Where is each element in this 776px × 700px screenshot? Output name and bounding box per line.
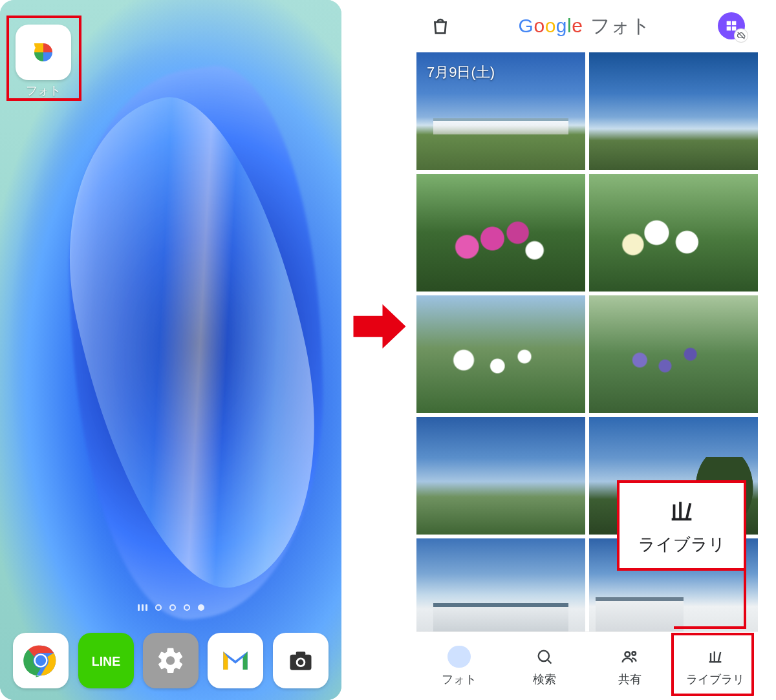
highlight-connector bbox=[674, 571, 746, 629]
photo-thumbnail[interactable]: 7月9日(土) bbox=[416, 52, 585, 170]
backup-off-badge-icon bbox=[735, 29, 748, 42]
library-icon bbox=[704, 646, 726, 668]
line-app-icon[interactable]: LINE bbox=[78, 633, 134, 688]
nav-sharing[interactable]: 共有 bbox=[587, 646, 673, 687]
nav-library[interactable]: ライブラリ bbox=[673, 646, 758, 687]
account-avatar[interactable] bbox=[718, 12, 745, 39]
camera-icon bbox=[286, 646, 315, 675]
search-icon bbox=[534, 646, 555, 668]
image-icon bbox=[447, 646, 471, 668]
photo-thumbnail[interactable] bbox=[416, 174, 585, 292]
nav-label: フォト bbox=[442, 672, 477, 687]
phone-google-photos: Google フォト 7月9日(土) bbox=[416, 0, 758, 700]
photo-thumbnail[interactable] bbox=[416, 295, 585, 413]
chrome-app-icon[interactable] bbox=[13, 633, 69, 688]
bottom-nav: フォト 検索 共有 bbox=[416, 631, 758, 700]
wallpaper bbox=[0, 0, 341, 700]
nav-label: ライブラリ bbox=[686, 672, 744, 687]
svg-rect-11 bbox=[727, 27, 731, 30]
svg-line-16 bbox=[548, 660, 551, 663]
date-header: 7月9日(土) bbox=[427, 63, 495, 82]
google-wordmark: Google bbox=[519, 15, 583, 37]
dock: LINE bbox=[0, 633, 341, 688]
svg-rect-10 bbox=[732, 21, 736, 25]
chrome-icon bbox=[23, 642, 59, 679]
phone-home-screen: フォト LINE bbox=[0, 0, 341, 700]
library-icon bbox=[667, 496, 696, 525]
photo-thumbnail[interactable] bbox=[589, 174, 758, 292]
svg-point-7 bbox=[297, 659, 303, 665]
page-indicator bbox=[0, 604, 341, 611]
svg-point-3 bbox=[36, 655, 46, 666]
library-callout-label: ライブラリ bbox=[638, 533, 726, 556]
line-icon: LINE bbox=[89, 644, 123, 677]
people-icon bbox=[619, 646, 641, 668]
svg-text:LINE: LINE bbox=[91, 654, 120, 668]
app-header: Google フォト bbox=[416, 0, 758, 52]
gmail-icon bbox=[217, 642, 253, 679]
app-title-jp: フォト bbox=[590, 13, 651, 39]
photo-thumbnail[interactable] bbox=[589, 52, 758, 170]
gear-icon bbox=[156, 646, 186, 675]
photo-thumbnail[interactable] bbox=[416, 417, 585, 535]
arrow-right-icon bbox=[350, 297, 409, 355]
svg-point-18 bbox=[632, 652, 636, 655]
print-store-icon[interactable] bbox=[429, 15, 451, 37]
photo-thumbnail[interactable] bbox=[416, 538, 585, 632]
app-title: Google フォト bbox=[519, 13, 651, 39]
nav-photos[interactable]: フォト bbox=[416, 646, 502, 687]
highlight-photos-app-icon bbox=[6, 16, 81, 101]
library-callout: ライブラリ bbox=[617, 480, 746, 571]
camera-app-icon[interactable] bbox=[273, 633, 329, 688]
gmail-app-icon[interactable] bbox=[208, 633, 263, 688]
svg-rect-8 bbox=[296, 652, 305, 655]
photo-thumbnail[interactable] bbox=[589, 295, 758, 413]
nav-label: 共有 bbox=[618, 672, 641, 687]
settings-app-icon[interactable] bbox=[143, 633, 199, 688]
svg-point-15 bbox=[539, 650, 549, 661]
svg-rect-9 bbox=[727, 21, 731, 25]
nav-label: 検索 bbox=[533, 672, 556, 687]
svg-point-17 bbox=[625, 652, 630, 657]
svg-rect-12 bbox=[732, 27, 736, 30]
nav-search[interactable]: 検索 bbox=[502, 646, 587, 687]
